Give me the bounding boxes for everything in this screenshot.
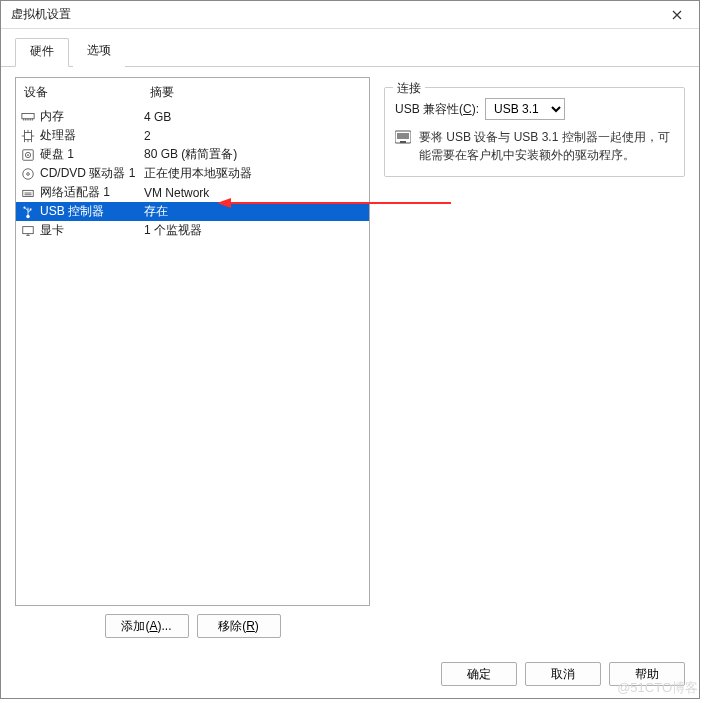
summary-cell: 正在使用本地驱动器 bbox=[144, 165, 365, 182]
titlebar: 虚拟机设置 bbox=[1, 1, 699, 29]
nic-icon bbox=[20, 185, 36, 201]
summary-cell: 2 bbox=[144, 129, 365, 143]
display-icon bbox=[20, 223, 36, 239]
add-button[interactable]: 添加(A)... bbox=[105, 614, 189, 638]
device-cell: 硬盘 1 bbox=[20, 146, 144, 163]
table-row[interactable]: 网络适配器 1VM Network bbox=[16, 183, 369, 202]
summary-cell: 存在 bbox=[144, 203, 365, 220]
summary-cell: 4 GB bbox=[144, 110, 365, 124]
left-buttons: 添加(A)... 移除(R) bbox=[15, 614, 370, 638]
left-panel: 设备 摘要 内存4 GB处理器2硬盘 180 GB (精简置备)CD/DVD 驱… bbox=[15, 77, 370, 638]
svg-point-4 bbox=[27, 154, 29, 156]
tab-hardware[interactable]: 硬件 bbox=[15, 38, 69, 67]
summary-cell: 1 个监视器 bbox=[144, 222, 365, 239]
close-button[interactable] bbox=[655, 1, 699, 29]
memory-icon bbox=[20, 109, 36, 125]
device-cell: USB 控制器 bbox=[20, 203, 144, 220]
table-row[interactable]: 内存4 GB bbox=[16, 107, 369, 126]
list-header: 设备 摘要 bbox=[16, 78, 369, 107]
add-label: 添加(A)... bbox=[121, 618, 171, 635]
compat-row: USB 兼容性(C): USB 3.1 bbox=[395, 98, 674, 120]
svg-rect-11 bbox=[23, 226, 34, 233]
svg-rect-1 bbox=[25, 132, 32, 139]
dialog-title: 虚拟机设置 bbox=[11, 6, 71, 23]
device-rows: 内存4 GB处理器2硬盘 180 GB (精简置备)CD/DVD 驱动器 1正在… bbox=[16, 107, 369, 240]
device-name: USB 控制器 bbox=[40, 203, 104, 220]
help-button[interactable]: 帮助 bbox=[609, 662, 685, 686]
svg-point-10 bbox=[23, 206, 25, 208]
info-row: 要将 USB 设备与 USB 3.1 控制器一起使用，可能需要在客户机中安装额外… bbox=[395, 128, 674, 164]
device-cell: 处理器 bbox=[20, 127, 144, 144]
svg-rect-0 bbox=[22, 113, 34, 118]
device-name: 内存 bbox=[40, 108, 64, 125]
close-icon bbox=[672, 10, 682, 20]
device-name: 硬盘 1 bbox=[40, 146, 74, 163]
device-name: 网络适配器 1 bbox=[40, 184, 110, 201]
remove-button[interactable]: 移除(R) bbox=[197, 614, 281, 638]
dialog-buttons: 确定 取消 帮助 bbox=[441, 662, 685, 686]
connection-group-title: 连接 bbox=[393, 80, 425, 97]
device-cell: 内存 bbox=[20, 108, 144, 125]
device-name: 处理器 bbox=[40, 127, 76, 144]
svg-point-6 bbox=[27, 172, 30, 175]
svg-point-5 bbox=[23, 168, 34, 179]
remove-label: 移除(R) bbox=[218, 618, 259, 635]
info-icon bbox=[395, 129, 411, 145]
vm-settings-dialog: 虚拟机设置 硬件 选项 设备 摘要 内存4 GB处理器2硬盘 180 GB (精… bbox=[0, 0, 700, 699]
device-list: 设备 摘要 内存4 GB处理器2硬盘 180 GB (精简置备)CD/DVD 驱… bbox=[15, 77, 370, 606]
compat-label: USB 兼容性(C): bbox=[395, 101, 479, 118]
device-name: CD/DVD 驱动器 1 bbox=[40, 165, 135, 182]
device-cell: 网络适配器 1 bbox=[20, 184, 144, 201]
right-panel: 连接 USB 兼容性(C): USB 3.1 要将 USB 设备与 USB 3.… bbox=[384, 77, 685, 638]
info-text: 要将 USB 设备与 USB 3.1 控制器一起使用，可能需要在客户机中安装额外… bbox=[419, 128, 674, 164]
device-cell: CD/DVD 驱动器 1 bbox=[20, 165, 144, 182]
cpu-icon bbox=[20, 128, 36, 144]
svg-rect-13 bbox=[397, 133, 409, 139]
cd-icon bbox=[20, 166, 36, 182]
connection-group: 连接 USB 兼容性(C): USB 3.1 要将 USB 设备与 USB 3.… bbox=[384, 87, 685, 177]
col-header-summary: 摘要 bbox=[150, 84, 363, 101]
col-header-device: 设备 bbox=[22, 84, 150, 101]
compat-select[interactable]: USB 3.1 bbox=[485, 98, 565, 120]
table-row[interactable]: 显卡1 个监视器 bbox=[16, 221, 369, 240]
ok-button[interactable]: 确定 bbox=[441, 662, 517, 686]
tab-options[interactable]: 选项 bbox=[73, 38, 125, 67]
cancel-button[interactable]: 取消 bbox=[525, 662, 601, 686]
svg-rect-14 bbox=[400, 141, 406, 143]
summary-cell: 80 GB (精简置备) bbox=[144, 146, 365, 163]
content-area: 设备 摘要 内存4 GB处理器2硬盘 180 GB (精简置备)CD/DVD 驱… bbox=[1, 67, 699, 652]
tabs: 硬件 选项 bbox=[1, 29, 699, 67]
summary-cell: VM Network bbox=[144, 186, 365, 200]
table-row[interactable]: 处理器2 bbox=[16, 126, 369, 145]
usb-icon bbox=[20, 204, 36, 220]
device-cell: 显卡 bbox=[20, 222, 144, 239]
device-name: 显卡 bbox=[40, 222, 64, 239]
disk-icon bbox=[20, 147, 36, 163]
svg-rect-9 bbox=[30, 208, 32, 210]
table-row[interactable]: CD/DVD 驱动器 1正在使用本地驱动器 bbox=[16, 164, 369, 183]
table-row[interactable]: USB 控制器存在 bbox=[16, 202, 369, 221]
table-row[interactable]: 硬盘 180 GB (精简置备) bbox=[16, 145, 369, 164]
